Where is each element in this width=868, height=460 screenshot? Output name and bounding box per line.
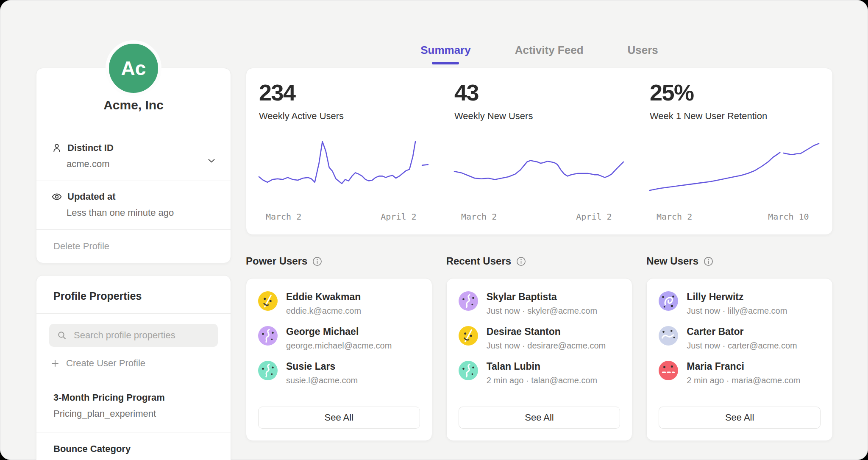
user-name: Maria Franci (687, 361, 800, 372)
tab-users[interactable]: Users (626, 44, 660, 57)
property-row[interactable]: 3-Month Pricing Program Pricing_plan_exp… (36, 381, 231, 432)
new-users-card: Lilly Herwitz Just now · lilly@acme.com … (646, 278, 833, 441)
power-users-heading: Power Users (246, 255, 307, 267)
x-axis-tick: March 10 (768, 212, 809, 222)
info-icon[interactable] (516, 256, 526, 266)
user-meta: Just now · carter@acme.com (687, 341, 797, 351)
user-lists-row: Power Users Eddie Kwakman eddie.k@acme. (246, 255, 833, 441)
user-meta: Just now · desirare@acme.com (487, 341, 606, 351)
user-avatar (258, 326, 278, 346)
chevron-down-icon[interactable] (206, 155, 217, 166)
profile-sidebar: Ac Acme, Inc Distinct ID acme.com (36, 38, 231, 460)
user-avatar (258, 361, 278, 380)
user-avatar (659, 326, 678, 346)
x-axis: March 2 March 10 (650, 212, 819, 223)
profile-card: Ac Acme, Inc Distinct ID acme.com (36, 68, 231, 263)
user-row[interactable]: Lilly Herwitz Just now · lilly@acme.com (659, 291, 821, 316)
stat-weekly-active-users: 234 Weekly Active Users March 2 April 2 (246, 79, 442, 223)
stat-value: 43 (442, 79, 637, 106)
user-avatar (659, 361, 678, 380)
x-axis-tick: April 2 (576, 212, 612, 222)
user-row[interactable]: Desirae Stanton Just now · desirare@acme… (459, 326, 620, 351)
x-axis: March 2 April 2 (454, 212, 623, 223)
new-users-heading: New Users (646, 255, 698, 267)
delete-profile-button[interactable]: Delete Profile (36, 229, 231, 263)
company-avatar: Ac (106, 40, 161, 96)
user-meta: 2 min ago · talan@acme.com (487, 376, 598, 385)
eye-icon (51, 191, 62, 202)
user-meta: Just now · lilly@acme.com (687, 306, 787, 316)
x-axis-tick: March 2 (266, 212, 301, 222)
user-name: Skylar Baptista (487, 291, 597, 303)
see-all-button[interactable]: See All (258, 407, 420, 429)
tab-summary[interactable]: Summary (419, 44, 473, 57)
tab-activity-feed[interactable]: Activity Feed (513, 44, 585, 57)
user-email: eddie.k@acme.com (286, 306, 361, 316)
user-row[interactable]: Eddie Kwakman eddie.k@acme.com (258, 291, 420, 316)
property-value: Pricing_plan_experiment (53, 408, 214, 419)
updated-at-value: Less than one minute ago (67, 207, 216, 218)
person-icon (51, 142, 62, 153)
user-row[interactable]: George Michael george.michael@acme.com (258, 326, 420, 351)
user-avatar (459, 361, 478, 380)
create-user-profile-button[interactable]: Create User Profile (36, 347, 231, 381)
user-email: susie.l@acme.com (286, 376, 358, 385)
user-row[interactable]: Susie Lars susie.l@acme.com (258, 361, 420, 385)
stat-label: Week 1 New User Retention (637, 111, 832, 122)
user-row[interactable]: Carter Bator Just now · carter@acme.com (659, 326, 821, 351)
profile-properties-card: Profile Properties (36, 275, 231, 460)
info-icon[interactable] (704, 256, 713, 266)
user-name: Lilly Herwitz (687, 291, 787, 303)
user-avatar (258, 291, 278, 311)
x-axis-tick: March 2 (461, 212, 497, 222)
distinct-id-row[interactable]: Distinct ID acme.com (36, 132, 231, 181)
property-row[interactable]: Bounce Category inactive-mailbox (36, 432, 231, 460)
user-meta: Just now · skyler@acme.com (487, 306, 597, 316)
profile-properties-title: Profile Properties (36, 276, 231, 313)
user-avatar (659, 291, 678, 311)
summary-stats-card: 234 Weekly Active Users March 2 April 2 … (246, 68, 833, 235)
property-name: Bounce Category (53, 443, 214, 454)
see-all-button[interactable]: See All (459, 407, 620, 429)
power-users-card: Eddie Kwakman eddie.k@acme.com George Mi… (246, 278, 432, 441)
user-meta: 2 min ago · maria@acme.com (687, 376, 800, 385)
line-chart-weekly-active-users (259, 136, 428, 204)
recent-users-heading: Recent Users (446, 255, 511, 267)
stat-label: Weekly Active Users (246, 111, 442, 122)
user-row[interactable]: Skylar Baptista Just now · skyler@acme.c… (459, 291, 620, 316)
see-all-button[interactable]: See All (659, 407, 821, 429)
distinct-id-value: acme.com (67, 159, 216, 170)
recent-users-section: Recent Users Skylar Baptista Just now · (446, 255, 633, 441)
x-axis-tick: April 2 (381, 212, 416, 222)
app-window: Ac Acme, Inc Distinct ID acme.com (0, 0, 868, 460)
tab-bar: Summary Activity Feed Users (246, 0, 833, 68)
user-row[interactable]: Talan Lubin 2 min ago · talan@acme.com (459, 361, 620, 385)
stat-weekly-new-users: 43 Weekly New Users March 2 April 2 (442, 79, 637, 223)
search-icon (57, 330, 67, 340)
company-name: Acme, Inc (36, 98, 231, 112)
user-email: george.michael@acme.com (286, 341, 392, 351)
stat-value: 234 (246, 79, 442, 106)
line-chart-week1-retention (650, 136, 819, 204)
x-axis-tick: March 2 (657, 212, 692, 222)
updated-at-row: Updated at Less than one minute ago (36, 181, 231, 229)
user-name: Talan Lubin (487, 361, 598, 372)
stat-value: 25% (637, 79, 832, 106)
stat-label: Weekly New Users (442, 111, 637, 122)
recent-users-card: Skylar Baptista Just now · skyler@acme.c… (446, 278, 633, 441)
search-profile-properties[interactable] (49, 324, 218, 347)
stat-week1-retention: 25% Week 1 New User Retention March 2 Ma… (637, 79, 832, 223)
user-name: Eddie Kwakman (286, 291, 361, 303)
line-chart-weekly-new-users (454, 136, 623, 204)
info-icon[interactable] (312, 256, 322, 266)
plus-icon (50, 358, 60, 368)
x-axis: March 2 April 2 (259, 212, 428, 223)
user-name: Desirae Stanton (487, 326, 606, 337)
user-row[interactable]: Maria Franci 2 min ago · maria@acme.com (659, 361, 821, 385)
user-avatar (459, 326, 478, 346)
power-users-section: Power Users Eddie Kwakman eddie.k@acme. (246, 255, 432, 441)
new-users-section: New Users Lilly Herwitz Just now · lill (646, 255, 833, 441)
property-name: 3-Month Pricing Program (53, 392, 214, 403)
distinct-id-label: Distinct ID (67, 142, 114, 153)
search-input[interactable] (73, 329, 210, 341)
